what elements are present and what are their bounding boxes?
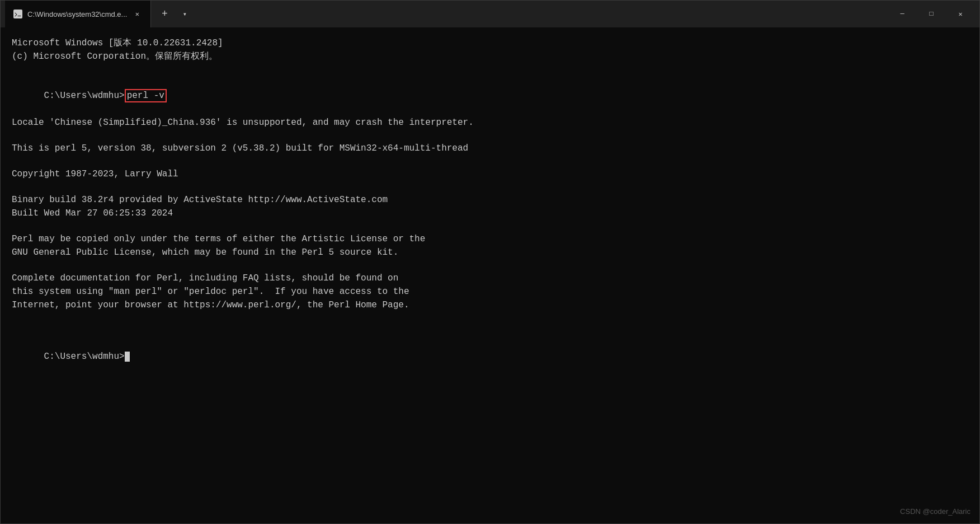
line-license-2: GNU General Public License, which may be… bbox=[12, 246, 968, 259]
gap-7 bbox=[12, 312, 968, 324]
line-docs-1: Complete documentation for Perl, includi… bbox=[12, 272, 968, 285]
line-binary: Binary build 38.2r4 provided by ActiveSt… bbox=[12, 193, 968, 207]
gap-2 bbox=[12, 129, 968, 142]
prompt-2: C:\Users\wdmhu> bbox=[44, 352, 125, 362]
maximize-button[interactable]: □ bbox=[917, 1, 946, 27]
gap-6 bbox=[12, 259, 968, 272]
highlighted-command: perl -v bbox=[125, 89, 167, 102]
active-tab[interactable]: C:\Windows\system32\cmd.e... ✕ bbox=[5, 1, 151, 27]
tab-dropdown-button[interactable]: ▾ bbox=[176, 5, 194, 23]
line-perl-version: This is perl 5, version 38, subversion 2… bbox=[12, 142, 968, 155]
line-1: Microsoft Windows [版本 10.0.22631.2428] bbox=[12, 36, 968, 50]
terminal-window: C:\Windows\system32\cmd.e... ✕ + ▾ — □ ✕… bbox=[0, 0, 980, 524]
command-line-perl-v: C:\Users\wdmhu>perl -v bbox=[12, 76, 968, 116]
titlebar: C:\Windows\system32\cmd.e... ✕ + ▾ — □ ✕ bbox=[1, 1, 979, 27]
terminal-body[interactable]: Microsoft Windows [版本 10.0.22631.2428] (… bbox=[1, 27, 979, 523]
watermark: CSDN @coder_Alaric bbox=[900, 507, 970, 517]
line-license-1: Perl may be copied only under the terms … bbox=[12, 232, 968, 246]
prompt-line-2: C:\Users\wdmhu> bbox=[12, 336, 968, 377]
gap-4 bbox=[12, 181, 968, 193]
line-2: (c) Microsoft Corporation。保留所有权利。 bbox=[12, 50, 968, 63]
cursor bbox=[125, 352, 130, 362]
line-docs-2: this system using "man perl" or "perldoc… bbox=[12, 285, 968, 298]
line-docs-3: Internet, point your browser at https://… bbox=[12, 298, 968, 312]
gap-5 bbox=[12, 220, 968, 232]
minimize-button[interactable]: — bbox=[888, 1, 917, 27]
line-built: Built Wed Mar 27 06:25:33 2024 bbox=[12, 207, 968, 220]
terminal-icon bbox=[13, 9, 23, 19]
line-copyright: Copyright 1987-2023, Larry Wall bbox=[12, 167, 968, 181]
new-tab-button[interactable]: + bbox=[153, 3, 176, 25]
gap-3 bbox=[12, 155, 968, 167]
close-button[interactable]: ✕ bbox=[946, 1, 975, 27]
tab-close-button[interactable]: ✕ bbox=[131, 8, 143, 20]
tab-area: C:\Windows\system32\cmd.e... ✕ + ▾ bbox=[5, 1, 888, 27]
window-controls: — □ ✕ bbox=[888, 1, 975, 27]
prompt-1: C:\Users\wdmhu> bbox=[44, 91, 125, 101]
tab-title: C:\Windows\system32\cmd.e... bbox=[27, 10, 127, 18]
gap-8 bbox=[12, 324, 968, 336]
gap-1 bbox=[12, 63, 968, 76]
line-locale-warning: Locale 'Chinese (Simplified)_China.936' … bbox=[12, 116, 968, 129]
